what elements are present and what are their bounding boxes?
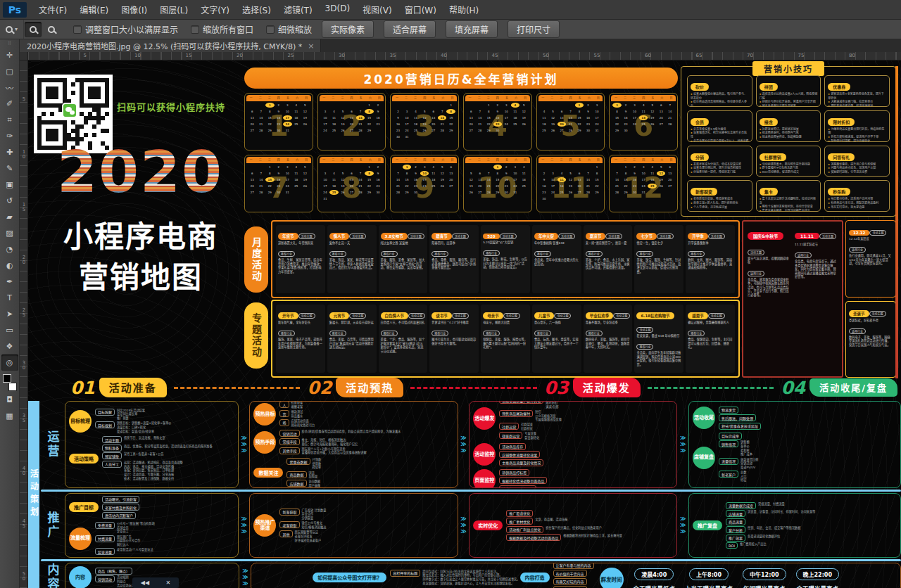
crop-tool[interactable]: ⌗ xyxy=(1,112,18,128)
document-canvas[interactable]: 扫码可以获得小程序扶持 2020 小程序电商 营销地图 2020营销日历&全年营… xyxy=(28,60,901,588)
day-cell: 24 xyxy=(639,184,648,188)
day-cell: 24 xyxy=(511,184,520,188)
weekday-label: 五 xyxy=(429,95,439,101)
zoom-tool-preset[interactable]: ▾ xyxy=(0,20,24,39)
marquee-tool[interactable]: ▢ xyxy=(1,63,18,79)
day-cell: 19 xyxy=(301,177,310,182)
checkbox-option[interactable]: 调整窗口大小以满屏显示 xyxy=(73,23,178,35)
branch-lines: 同比2019年活动结果设定同比增长率推广预算 xyxy=(117,409,145,421)
flow-node: 预热推广渠道 xyxy=(253,514,276,537)
color-swatches[interactable] xyxy=(1,373,18,392)
checkbox-option[interactable]: 缩放所有窗口 xyxy=(191,23,253,35)
flow-branch: 商品流量 xyxy=(726,518,815,525)
checkbox-icon[interactable] xyxy=(73,25,82,34)
panel-grip[interactable]: ⠿ xyxy=(8,42,11,45)
move-tool[interactable]: ✛ xyxy=(1,47,18,63)
button-填充屏幕[interactable]: 填充屏幕 xyxy=(446,20,498,38)
quick-selection-tool[interactable]: ✐ xyxy=(1,96,18,112)
zoom-tool[interactable]: ◎ xyxy=(1,354,18,371)
dodge-tool[interactable]: ◐ xyxy=(1,257,18,274)
menu-图像(I)[interactable]: 图像(I) xyxy=(115,0,153,19)
day-cell: 26 xyxy=(648,122,657,127)
day-cell: 4 xyxy=(411,109,420,114)
eyedropper-tool[interactable]: ✑ xyxy=(1,128,18,144)
event-card: 情人节活动主题爱你不止这一天推荐行业美妆、饰品、家居、鲜花等可设置情人节专场，单… xyxy=(327,225,377,293)
screen-mode-button[interactable]: ▦ xyxy=(1,408,18,424)
day-empty xyxy=(403,103,412,108)
calendar-weekday-header: 一二三四五六日 xyxy=(392,157,457,163)
lasso-tool[interactable]: 〰 xyxy=(1,79,18,96)
close-icon[interactable]: ✕ xyxy=(166,580,171,586)
day-cell: 13 xyxy=(476,177,485,182)
timeline-desc: 全天曝光最高点 xyxy=(796,584,839,588)
menu-图层(L)[interactable]: 图层(L) xyxy=(153,0,194,19)
menu-选择(S)[interactable]: 选择(S) xyxy=(236,0,277,19)
menu-文件(F)[interactable]: 文件(F) xyxy=(32,0,73,19)
branch-lines: 运营：活动跟进、机动响应、商品及页面调整内容：选品、推文编辑、活动文案传播客服：… xyxy=(124,461,183,480)
healing-brush-tool[interactable]: ✚ xyxy=(1,144,18,160)
menu-视图(V)[interactable]: 视图(V) xyxy=(356,0,398,19)
branch-line: 企业员工 xyxy=(117,530,155,534)
flow-cluster: 预热目标人拉新获客唤醒老客货爆款测试热品蓄水场店铺活动页面预热转化路径引力 xyxy=(253,401,453,427)
branch-line: 各渠道流量转化数据评估 xyxy=(748,535,780,539)
blur-tool[interactable]: ◔ xyxy=(1,241,18,257)
floating-panel-controls[interactable]: ◀◀ ✕ xyxy=(132,577,179,588)
weekday-label: 四 xyxy=(347,157,356,163)
document-tab[interactable]: 2020小程序电商营销地图.jpg @ 12.5% (扫码可以获得小程序扶持, … xyxy=(20,39,321,52)
industry-tag: 推荐行业 xyxy=(329,331,346,336)
day-cell: 22 xyxy=(265,184,275,188)
branch-line: 网红达人 xyxy=(117,543,141,547)
hand-tool[interactable]: ❖ xyxy=(1,338,18,354)
history-brush-tool[interactable]: ↺ xyxy=(1,193,18,209)
branch-title: 营销活动 xyxy=(279,430,299,437)
gradient-tool[interactable]: ▨ xyxy=(1,225,18,241)
weekday-label: 一 xyxy=(611,95,620,101)
button-适合屏幕[interactable]: 适合屏幕 xyxy=(384,20,436,38)
monthly-activities-row: 年货节活动主题迎新春置大礼，年货囤起来推荐行业食品、生鲜、家居百货等，结合年货用… xyxy=(271,220,740,298)
day-cell: 10 xyxy=(593,109,602,114)
day-cell: 12 xyxy=(519,109,529,114)
type-tool[interactable]: T xyxy=(1,290,18,306)
checkbox-icon[interactable] xyxy=(266,25,275,34)
rewind-icon[interactable]: ◀◀ xyxy=(141,580,149,586)
theme-tag: 活动主题 xyxy=(657,234,674,239)
event-card: 夏凉节活动主题来一场“清凉囤货节”，清凉一夏推荐行业美妆、个护、食品、水上乐园、… xyxy=(584,225,633,293)
flow-branch: 流量数据完成度常规流量、付费流量 xyxy=(726,502,815,509)
menu-文字(Y)[interactable]: 文字(Y) xyxy=(194,0,236,19)
branch-title: 流量数据完成度 xyxy=(726,502,756,509)
menu-滤镜(T)[interactable]: 滤镜(T) xyxy=(277,0,319,19)
branch-line: 渠道目标：裂变/会员/转化率 xyxy=(117,430,172,434)
pen-tool[interactable]: ✒ xyxy=(1,274,18,290)
menu-编辑(E)[interactable]: 编辑(E) xyxy=(73,0,115,19)
menu-窗口(W)[interactable]: 窗口(W) xyxy=(398,0,443,19)
path-selection-tool[interactable]: ➤ xyxy=(1,306,18,322)
foreground-color-swatch[interactable] xyxy=(3,374,11,383)
button-实际像素[interactable]: 实际像素 xyxy=(322,20,374,38)
event-card: 年货节活动主题迎新春置大礼，年货囤起来推荐行业食品、生鲜、家居百货等，结合年货用… xyxy=(276,225,325,293)
day-cell: 14 xyxy=(566,115,575,120)
calendar-weekday-header: 一二三四五六日 xyxy=(538,95,603,101)
button-打印尺寸[interactable]: 打印尺寸 xyxy=(508,20,560,38)
menu-帮助(H)[interactable]: 帮助(H) xyxy=(443,0,485,19)
menu-3D(D)[interactable]: 3D(D) xyxy=(319,0,356,19)
weekday-label: 二 xyxy=(620,157,629,163)
branch-line: 宣传工具+各渠道+老客+公告 xyxy=(124,452,164,456)
weekday-label: 三 xyxy=(411,157,420,163)
background-color-swatch[interactable] xyxy=(8,383,17,391)
day-cell: 8 xyxy=(493,171,503,176)
checkbox-option[interactable]: 细微缩放 xyxy=(266,23,312,35)
zoom-in-button[interactable] xyxy=(25,22,42,37)
day-cell: 12 xyxy=(467,177,476,182)
zoom-out-button[interactable] xyxy=(43,22,60,37)
day-cell: 16 xyxy=(275,115,284,120)
tab-close-icon[interactable]: × xyxy=(308,41,314,51)
brush-tool[interactable]: ✎ xyxy=(1,160,18,177)
shape-tool[interactable]: ▭ xyxy=(1,322,18,338)
checkbox-icon[interactable] xyxy=(191,25,199,34)
day-cell: 21 xyxy=(393,184,403,188)
weekday-label: 二 xyxy=(329,157,338,163)
day-cell: 14 xyxy=(257,177,266,182)
quick-mask-button[interactable]: ◘ xyxy=(1,392,18,408)
eraser-tool[interactable]: ▰ xyxy=(1,209,18,225)
clone-stamp-tool[interactable]: ▣ xyxy=(1,177,18,193)
